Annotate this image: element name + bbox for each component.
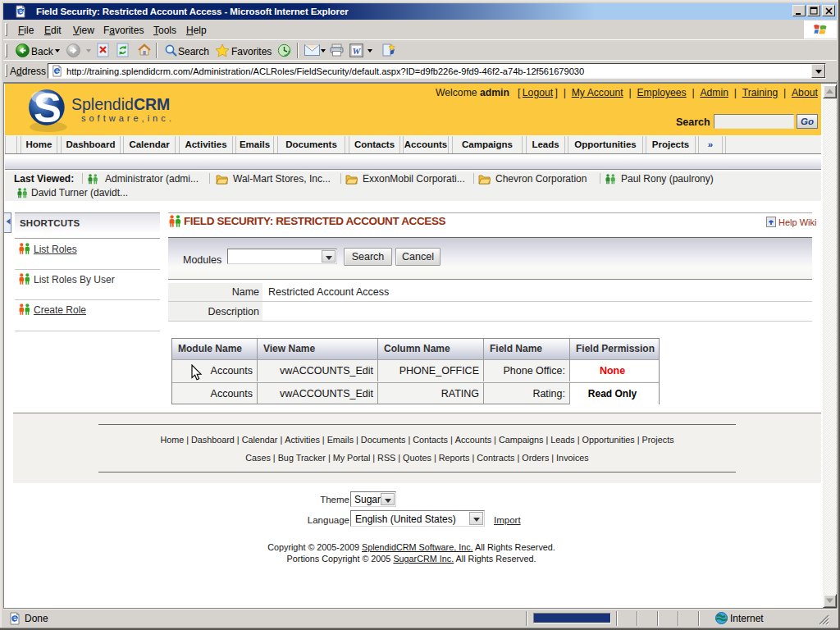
svg-text:W: W [353, 46, 362, 56]
svg-text:S: S [34, 87, 62, 131]
